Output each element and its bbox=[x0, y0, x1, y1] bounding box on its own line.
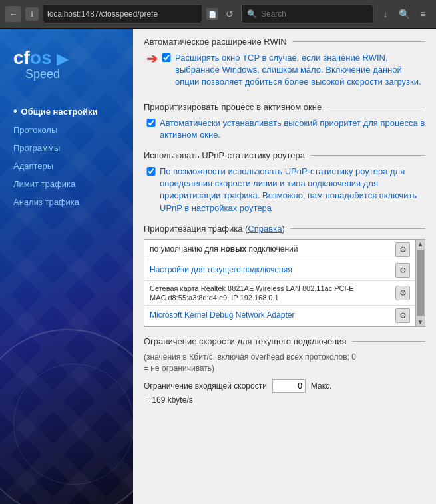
logo-cfos: cfos ▶ bbox=[13, 49, 120, 67]
logo-speed: Speed bbox=[25, 67, 120, 81]
browser-chrome: ← ℹ localhost:1487/cfosspeed/prefe 📄 ↺ 🔍… bbox=[0, 0, 436, 29]
menu-button[interactable]: ≡ bbox=[415, 6, 431, 22]
gear-button-3[interactable]: ⚙ bbox=[395, 286, 410, 300]
sidebar-item-label-general: Общие настройки bbox=[21, 107, 98, 117]
gear-button-2[interactable]: ⚙ bbox=[395, 263, 410, 278]
browser-toolbar: ← ℹ localhost:1487/cfosspeed/prefe 📄 ↺ 🔍… bbox=[0, 0, 436, 28]
upnp-text: По возможности использовать UPnP-статист… bbox=[160, 166, 425, 214]
nav-menu: • Общие настройки Протоколы Программы Ад… bbox=[0, 95, 133, 218]
speed-incoming-input[interactable] bbox=[272, 379, 306, 393]
sidebar: cfos ▶ Speed • Общие настройки Протоколы… bbox=[0, 29, 133, 504]
traffic-header-text2: ) bbox=[282, 224, 284, 234]
sidebar-item-label-traffic-analysis: Анализ трафика bbox=[13, 197, 79, 207]
speed-description: (значения в Кбит/с, включая overhead все… bbox=[144, 352, 425, 374]
page-icon: 📄 bbox=[206, 8, 218, 20]
speed-incoming-info: = 169 kbyte/s bbox=[144, 395, 425, 405]
rwin-checkbox[interactable] bbox=[162, 53, 171, 62]
sidebar-item-label-traffic-limit: Лимит трафика bbox=[13, 179, 75, 189]
speed-incoming-row: Ограничение входящей скорости Макс. bbox=[144, 379, 425, 393]
sidebar-item-traffic-limit[interactable]: Лимит трафика bbox=[0, 175, 133, 193]
traffic-row-text-1: по умолчанию для новых подключений bbox=[150, 244, 395, 255]
table-row: по умолчанию для новых подключений ⚙ bbox=[144, 240, 415, 260]
logo-arrow: ▶ bbox=[57, 51, 68, 67]
sidebar-item-label-protocols: Протоколы bbox=[13, 125, 57, 135]
arrow-indicator: ➔ Расширять окно TCP в случае, если знач… bbox=[146, 52, 425, 93]
traffic-row-text-2: Настройки для текущего подключения bbox=[150, 265, 395, 276]
sidebar-item-label-adapters: Адаптеры bbox=[13, 161, 53, 171]
refresh-button[interactable]: ↺ bbox=[222, 7, 237, 21]
sidebar-item-general[interactable]: • Общие настройки bbox=[0, 101, 133, 121]
security-icon: ℹ bbox=[25, 7, 39, 21]
download-button[interactable]: ↓ bbox=[377, 6, 393, 22]
section-speed-limit: Ограничение скорости для текущего подклю… bbox=[144, 336, 425, 405]
table-row: Microsoft Kernel Debug Network Adapter ⚙ bbox=[144, 306, 415, 326]
section-priority-content: Автоматически устанавливать высокий прио… bbox=[144, 117, 425, 141]
priority-checkbox[interactable] bbox=[146, 119, 156, 127]
section-traffic-header: Приоритезация трафика (Справка) bbox=[144, 224, 425, 234]
red-arrow-icon: ➔ bbox=[146, 51, 158, 67]
address-bar[interactable]: localhost:1487/cfosspeed/prefe bbox=[43, 5, 202, 23]
speed-incoming-label: Ограничение входящей скорости bbox=[144, 381, 267, 391]
section-speed-header: Ограничение скорости для текущего подклю… bbox=[144, 336, 425, 346]
traffic-row-text-3: Сетевая карта Realtek 8821AE Wireless LA… bbox=[150, 284, 395, 303]
table-row: Настройки для текущего подключения ⚙ bbox=[144, 260, 415, 281]
scroll-up-arrow[interactable]: ▲ bbox=[416, 240, 425, 249]
traffic-header-text1: Приоритезация трафика ( bbox=[144, 224, 248, 234]
section-upnp: Использовать UPnP-статистику роутера По … bbox=[144, 150, 425, 214]
find-button[interactable]: 🔍 bbox=[396, 6, 412, 22]
logo-os-text: os bbox=[30, 47, 52, 68]
priority-checkbox-row: Автоматически устанавливать высокий прио… bbox=[146, 117, 425, 141]
rwin-text: Расширять окно TCP в случае, если значен… bbox=[175, 52, 425, 89]
main-container: cfos ▶ Speed • Общие настройки Протоколы… bbox=[0, 29, 436, 504]
sidebar-item-protocols[interactable]: Протоколы bbox=[0, 121, 133, 139]
section-rwin-header: Автоматическое расширение RWIN bbox=[144, 37, 425, 47]
upnp-checkbox[interactable] bbox=[146, 167, 156, 176]
table-scrollbar: ▲ ▼ bbox=[415, 240, 425, 327]
sidebar-item-label-programs: Программы bbox=[13, 143, 60, 153]
back-button[interactable]: ← bbox=[5, 6, 21, 22]
speed-incoming-unit: Макс. bbox=[311, 381, 332, 391]
section-upnp-content: По возможности использовать UPnP-статист… bbox=[144, 166, 425, 214]
sidebar-item-programs[interactable]: Программы bbox=[0, 139, 133, 157]
section-priority: Приоритизировать процесс в активном окне… bbox=[144, 102, 425, 141]
priority-text: Автоматически устанавливать высокий прио… bbox=[160, 117, 425, 141]
scroll-down-arrow[interactable]: ▼ bbox=[416, 317, 425, 326]
section-priority-header: Приоритизировать процесс в активном окне bbox=[144, 102, 425, 112]
address-text: localhost:1487/cfosspeed/prefe bbox=[47, 9, 158, 19]
sidebar-decoration bbox=[0, 305, 133, 504]
active-bullet: • bbox=[13, 105, 17, 117]
traffic-row-text-4: Microsoft Kernel Debug Network Adapter bbox=[150, 310, 395, 321]
logo-area: cfos ▶ Speed bbox=[0, 42, 133, 95]
table-row: Сетевая карта Realtek 8821AE Wireless LA… bbox=[144, 281, 415, 306]
gear-button-4[interactable]: ⚙ bbox=[395, 308, 410, 323]
traffic-header-link[interactable]: Справка bbox=[248, 224, 282, 234]
logo-cf-text: cf bbox=[13, 47, 30, 68]
toolbar-right: ↓ 🔍 ≡ bbox=[377, 6, 431, 22]
rwin-checkbox-row: Расширять окно TCP в случае, если значен… bbox=[162, 52, 425, 89]
search-magnifier-icon: 🔍 bbox=[247, 9, 257, 19]
section-upnp-header: Использовать UPnP-статистику роутера bbox=[144, 150, 425, 160]
content-area[interactable]: Автоматическое расширение RWIN ➔ Расширя… bbox=[133, 29, 436, 504]
scroll-thumb[interactable] bbox=[417, 250, 425, 317]
section-rwin: Автоматическое расширение RWIN ➔ Расширя… bbox=[144, 37, 425, 93]
sidebar-item-adapters[interactable]: Адаптеры bbox=[0, 157, 133, 175]
traffic-table: по умолчанию для новых подключений ⚙ Нас… bbox=[144, 239, 425, 328]
sidebar-item-traffic-analysis[interactable]: Анализ трафика bbox=[0, 193, 133, 211]
section-rwin-content: ➔ Расширять окно TCP в случае, если знач… bbox=[144, 52, 425, 93]
search-input[interactable] bbox=[261, 9, 367, 19]
section-traffic: Приоритезация трафика (Справка) по умолч… bbox=[144, 224, 425, 328]
upnp-checkbox-row: По возможности использовать UPnP-статист… bbox=[146, 166, 425, 214]
gear-button-1[interactable]: ⚙ bbox=[395, 242, 410, 257]
search-bar[interactable]: 🔍 bbox=[241, 5, 373, 23]
